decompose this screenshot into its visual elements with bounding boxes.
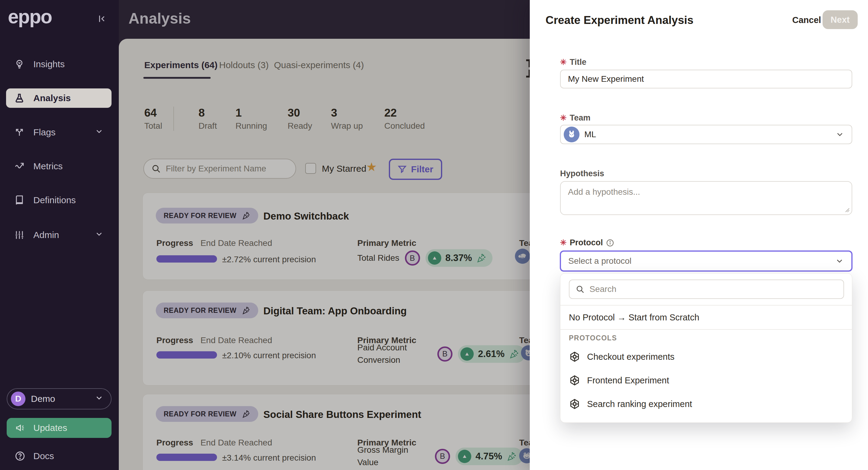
team-select-value: ML <box>584 130 596 139</box>
updates-button[interactable]: Updates <box>7 418 112 438</box>
option-label: Frontend Experiment <box>587 375 669 385</box>
field-label-text: Hypothesis <box>560 169 604 178</box>
flask-icon <box>14 93 25 103</box>
workspace-avatar: D <box>11 392 26 406</box>
chevron-down-icon <box>95 393 104 405</box>
title-field-label: ✳ Title <box>560 58 586 67</box>
help-circle-icon <box>14 450 26 462</box>
docs-label: Docs <box>33 451 54 461</box>
ml-team-avatar <box>564 127 580 142</box>
required-asterisk-icon: ✳ <box>560 113 567 123</box>
option-checkout-experiments[interactable]: Checkout experiments <box>560 347 852 367</box>
trend-line-icon <box>14 161 25 171</box>
dropdown-divider <box>560 305 852 306</box>
updates-label: Updates <box>33 423 67 433</box>
protocol-field-label: ✳ Protocol <box>560 238 614 247</box>
docs-link[interactable]: Docs <box>7 447 112 465</box>
sidebar: eppo Insights Analysis Flags <box>0 0 119 470</box>
field-label-text: Protocol <box>570 238 603 247</box>
next-button[interactable]: Next <box>823 10 858 29</box>
hypothesis-textarea[interactable] <box>560 181 852 215</box>
collapse-sidebar-button[interactable] <box>96 13 107 26</box>
hypothesis-field-label: Hypothesis <box>560 169 604 178</box>
option-frontend-experiment[interactable]: Frontend Experiment <box>560 370 852 390</box>
protocol-hexagon-icon <box>569 375 580 386</box>
cancel-button[interactable]: Cancel <box>792 15 821 25</box>
protocol-select[interactable]: Select a protocol <box>560 251 852 271</box>
required-asterisk-icon: ✳ <box>560 238 567 247</box>
sliders-icon <box>14 230 25 240</box>
sidebar-item-label: Flags <box>33 127 56 137</box>
team-select[interactable]: ML <box>560 125 852 144</box>
option-label: Checkout experiments <box>587 352 675 362</box>
lightbulb-icon <box>14 59 25 69</box>
team-field-label: ✳ Team <box>560 113 590 123</box>
sidebar-item-label: Metrics <box>33 161 63 171</box>
chevron-down-icon <box>95 127 104 138</box>
protocol-dropdown-menu: No Protocol → Start from Scratch PROTOCO… <box>560 273 852 423</box>
protocol-search-box <box>569 279 844 299</box>
option-search-ranking-experiment[interactable]: Search ranking experiment <box>560 394 852 414</box>
sidebar-item-label: Definitions <box>33 195 76 205</box>
search-icon <box>576 285 585 294</box>
protocols-section-label: PROTOCOLS <box>569 334 617 342</box>
option-no-protocol[interactable]: No Protocol → Start from Scratch <box>560 307 852 327</box>
field-label-text: Team <box>570 113 591 123</box>
protocol-search-input[interactable] <box>589 284 843 294</box>
field-label-text: Title <box>570 58 586 67</box>
branch-split-icon <box>14 127 25 137</box>
sidebar-item-label: Insights <box>33 59 65 69</box>
protocol-hexagon-icon <box>569 351 580 363</box>
eppo-logo: eppo <box>8 5 52 28</box>
drawer-title: Create Experiment Analysis <box>546 14 693 27</box>
dropdown-divider <box>560 329 852 330</box>
info-icon[interactable] <box>606 239 614 247</box>
title-input[interactable] <box>560 70 852 89</box>
required-asterisk-icon: ✳ <box>560 58 567 67</box>
sidebar-item-flags[interactable]: Flags <box>6 123 112 142</box>
create-experiment-analysis-drawer: Create Experiment Analysis Cancel Next ✳… <box>530 0 868 470</box>
resize-handle-icon[interactable] <box>844 207 850 214</box>
protocol-hexagon-icon <box>569 398 580 410</box>
workspace-switcher[interactable]: D Demo <box>7 388 112 409</box>
sidebar-item-admin[interactable]: Admin <box>6 225 112 245</box>
llama-icon <box>566 129 577 140</box>
protocol-select-placeholder: Select a protocol <box>568 256 631 266</box>
megaphone-icon <box>14 423 26 433</box>
chevron-down-icon <box>95 230 104 241</box>
chevron-down-icon <box>835 257 844 266</box>
book-icon <box>14 195 25 205</box>
app-window: eppo Insights Analysis Flags <box>0 0 868 470</box>
sidebar-item-analysis[interactable]: Analysis <box>6 89 112 108</box>
sidebar-item-insights[interactable]: Insights <box>6 55 112 74</box>
collapse-icon <box>96 13 107 24</box>
workspace-name: Demo <box>31 394 55 404</box>
sidebar-item-label: Analysis <box>33 93 71 103</box>
hypothesis-field-wrap <box>560 181 852 216</box>
sidebar-item-definitions[interactable]: Definitions <box>6 191 112 210</box>
option-label: Search ranking experiment <box>587 399 692 409</box>
sidebar-item-label: Admin <box>33 230 59 240</box>
chevron-down-icon <box>835 130 844 139</box>
sidebar-item-metrics[interactable]: Metrics <box>6 157 112 176</box>
